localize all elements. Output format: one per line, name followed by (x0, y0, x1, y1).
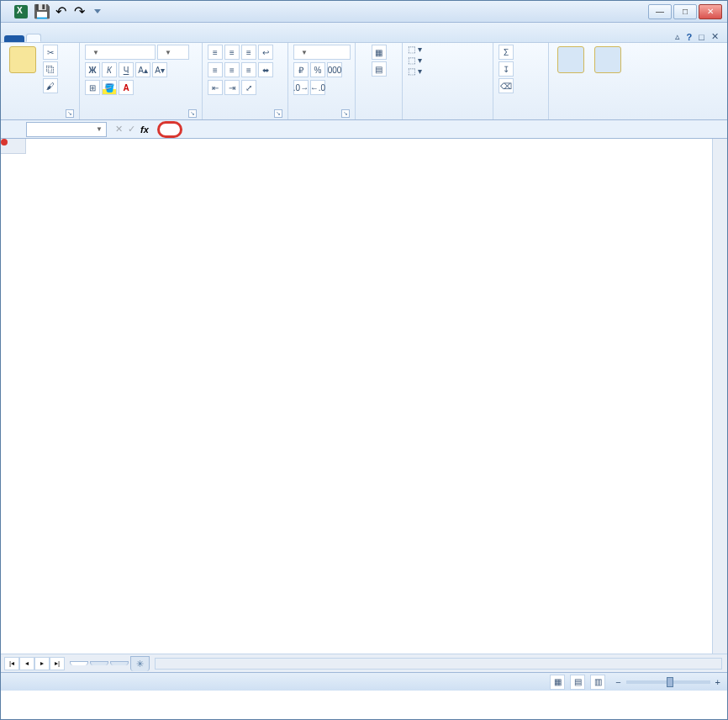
formula-bar: ▼ ✕ ✓ fx (1, 120, 727, 139)
tab-data[interactable] (87, 34, 102, 42)
tab-home[interactable] (26, 34, 41, 42)
number-format-combo[interactable]: ▼ (293, 45, 351, 60)
ribbon-minimize-icon[interactable]: ▵ (675, 31, 680, 42)
spreadsheet-grid[interactable] (1, 139, 727, 654)
align-mid-icon[interactable]: ≡ (224, 45, 240, 60)
align-top-icon[interactable]: ≡ (208, 45, 223, 60)
excel-icon (14, 5, 28, 19)
clipboard-dialog-icon[interactable]: ↘ (66, 109, 74, 118)
font-dialog-icon[interactable]: ↘ (188, 109, 197, 118)
align-left-icon[interactable]: ≡ (208, 62, 223, 77)
format-painter-icon[interactable]: 🖌 (43, 78, 58, 93)
ribbon: ✂ ⿻ 🖌 ↘ ▼ ▼ Ж К Ч A▴ A▾ (1, 43, 727, 120)
status-bar: ▦ ▤ ▥ − + (1, 672, 727, 691)
sheet-tab[interactable] (110, 661, 129, 665)
doc-restore-icon[interactable]: □ (699, 32, 704, 42)
select-all-corner[interactable] (1, 139, 26, 154)
clear-icon[interactable]: ⌫ (499, 78, 514, 93)
tab-formulas[interactable] (71, 34, 87, 42)
paste-button[interactable] (6, 45, 40, 77)
border-button[interactable]: ⊞ (85, 80, 100, 95)
name-box[interactable]: ▼ (26, 122, 107, 137)
tab-abbyy[interactable] (177, 34, 193, 42)
tab-foxit[interactable] (162, 34, 177, 42)
sheet-new-icon[interactable]: ✳ (130, 656, 150, 671)
view-normal-icon[interactable]: ▦ (550, 675, 565, 690)
cond-format-icon[interactable]: ▦ (372, 45, 387, 60)
merge-icon[interactable]: ⬌ (258, 62, 273, 77)
wrap-text-icon[interactable]: ↩ (258, 45, 273, 60)
increase-font-icon[interactable]: A▴ (135, 62, 150, 77)
view-layout-icon[interactable]: ▤ (570, 675, 585, 690)
qat-more-icon[interactable] (90, 4, 105, 19)
cells-insert-button[interactable]: ⬚ ▾ (408, 45, 422, 54)
align-dialog-icon[interactable]: ↘ (274, 109, 282, 118)
fx-cancel-icon[interactable]: ✕ (115, 124, 123, 135)
table-style-icon[interactable]: ▤ (372, 61, 387, 77)
cells-delete-button[interactable]: ⬚ ▾ (408, 56, 422, 65)
tab-addins[interactable] (147, 34, 162, 42)
qat-undo-icon[interactable]: ↶ (53, 4, 68, 19)
comma-icon[interactable]: 000 (327, 62, 342, 77)
cells-format-button[interactable]: ⬚ ▾ (408, 66, 422, 76)
align-bot-icon[interactable]: ≡ (241, 45, 256, 60)
bold-button[interactable]: Ж (85, 62, 100, 77)
autosum-icon[interactable]: Σ (499, 45, 514, 60)
maximize-button[interactable]: □ (673, 4, 697, 19)
italic-button[interactable]: К (102, 62, 117, 77)
doc-close-icon[interactable]: ✕ (711, 31, 719, 42)
sheet-bar: |◂ ◂ ▸ ▸| ✳ (1, 654, 727, 672)
align-center-icon[interactable]: ≡ (224, 62, 240, 77)
orientation-icon[interactable]: ⤢ (241, 80, 256, 95)
find-icon (594, 46, 621, 73)
copy-icon[interactable]: ⿻ (43, 61, 58, 77)
zoom-in-icon[interactable]: + (715, 677, 720, 687)
sheet-tab-active[interactable] (70, 661, 88, 665)
zoom-slider[interactable] (626, 680, 710, 684)
sheet-nav-next-icon[interactable]: ▸ (34, 657, 50, 670)
tab-developer[interactable] (132, 34, 147, 42)
fill-icon[interactable]: ↧ (499, 61, 514, 77)
find-select-button[interactable] (591, 45, 625, 77)
sheet-tab[interactable] (90, 661, 108, 665)
sheet-nav-prev-icon[interactable]: ◂ (19, 657, 34, 670)
titlebar: 💾 ↶ ↷ — □ ✕ (1, 1, 727, 23)
horizontal-scrollbar[interactable] (155, 658, 722, 670)
vertical-scrollbar[interactable] (712, 139, 727, 654)
font-color-button[interactable]: A (119, 80, 134, 95)
tab-review[interactable] (102, 34, 117, 42)
cut-icon[interactable]: ✂ (43, 45, 58, 60)
sort-filter-button[interactable] (554, 45, 588, 77)
fill-color-button[interactable]: 🪣 (102, 80, 117, 95)
ribbon-tabs: ▵ ? □ ✕ (1, 23, 727, 43)
minimize-button[interactable]: — (648, 4, 672, 19)
font-size-combo[interactable]: ▼ (157, 45, 189, 60)
inc-decimal-icon[interactable]: .0→ (293, 80, 309, 95)
align-right-icon[interactable]: ≡ (241, 62, 256, 77)
paste-icon (9, 46, 36, 73)
percent-icon[interactable]: % (310, 62, 325, 77)
dec-decimal-icon[interactable]: ←.0 (310, 80, 325, 95)
sheet-nav-first-icon[interactable]: |◂ (4, 657, 19, 670)
tab-insert[interactable] (41, 34, 56, 42)
qat-redo-icon[interactable]: ↷ (71, 4, 87, 19)
tab-file[interactable] (4, 35, 24, 42)
number-dialog-icon[interactable]: ↘ (341, 109, 350, 118)
tab-layout[interactable] (56, 34, 71, 42)
help-icon[interactable]: ? (687, 32, 693, 42)
tab-view[interactable] (117, 34, 132, 42)
underline-button[interactable]: Ч (119, 62, 134, 77)
fx-icon[interactable]: fx (140, 124, 149, 135)
currency-icon[interactable]: ₽ (293, 62, 309, 77)
fx-confirm-icon[interactable]: ✓ (128, 124, 135, 135)
zoom-out-icon[interactable]: − (615, 677, 620, 687)
indent-dec-icon[interactable]: ⇤ (208, 80, 223, 95)
qat-save-icon[interactable]: 💾 (34, 4, 50, 19)
formula-input[interactable] (157, 121, 182, 138)
sheet-nav-last-icon[interactable]: ▸| (50, 657, 65, 670)
indent-inc-icon[interactable]: ⇥ (224, 80, 240, 95)
font-name-combo[interactable]: ▼ (85, 45, 156, 60)
decrease-font-icon[interactable]: A▾ (152, 62, 167, 77)
close-button[interactable]: ✕ (699, 4, 722, 19)
view-break-icon[interactable]: ▥ (590, 675, 605, 690)
